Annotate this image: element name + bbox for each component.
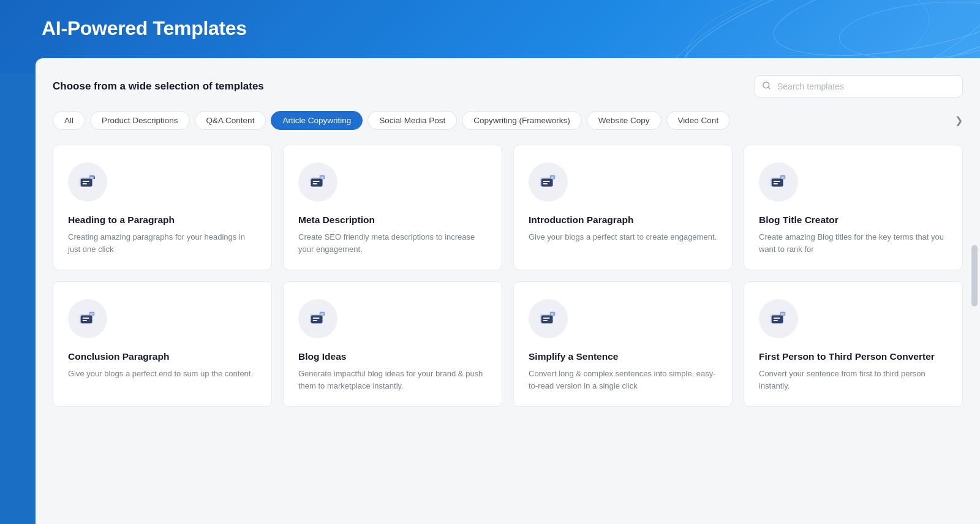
svg-rect-14 — [772, 178, 783, 186]
tab-video-cont[interactable]: Video Cont — [666, 111, 731, 130]
copy-icon — [769, 309, 788, 328]
card-desc: Give your blogs a perfect end to sum up … — [68, 368, 257, 380]
card-icon-bg — [68, 299, 107, 338]
tab-website-copy[interactable]: Website Copy — [587, 111, 662, 130]
card-icon-bg — [298, 299, 337, 338]
row-gap — [53, 270, 963, 281]
svg-rect-5 — [81, 178, 92, 186]
card-first-to-third-person[interactable]: First Person to Third Person Converter C… — [744, 281, 963, 407]
card-desc: Give your blogs a perfect start to creat… — [529, 231, 717, 243]
card-desc: Generate impactful blog ideas for your b… — [298, 368, 487, 392]
tab-qa-content[interactable]: Q&A Content — [195, 111, 266, 130]
tab-social-media-post[interactable]: Social Media Post — [368, 111, 457, 130]
card-title: Meta Description — [298, 214, 487, 226]
tab-product-descriptions[interactable]: Product Descriptions — [90, 111, 190, 130]
cards-row-2: Conclusion Paragraph Give your blogs a p… — [53, 281, 963, 407]
card-icon-bg — [68, 162, 107, 202]
card-introduction-paragraph[interactable]: Introduction Paragraph Give your blogs a… — [513, 145, 733, 270]
svg-rect-20 — [311, 316, 323, 324]
copy-icon — [539, 173, 557, 191]
card-title: Simplify a Sentence — [529, 351, 717, 363]
card-desc: Create amazing Blog titles for the key t… — [759, 231, 948, 255]
card-blog-ideas[interactable]: Blog Ideas Generate impactful blog ideas… — [283, 281, 502, 407]
card-title: Blog Ideas — [298, 351, 487, 363]
page-title: AI-Powered Templates — [42, 17, 247, 40]
card-icon-bg — [298, 162, 337, 202]
card-simplify-sentence[interactable]: Simplify a Sentence Convert long & compl… — [513, 281, 733, 407]
card-icon-bg — [529, 162, 568, 202]
card-title: First Person to Third Person Converter — [759, 351, 948, 363]
card-title: Conclusion Paragraph — [68, 351, 257, 363]
copy-icon — [769, 173, 788, 191]
tabs-chevron-right[interactable]: ❯ — [955, 115, 963, 126]
copy-icon — [78, 173, 97, 191]
card-conclusion-paragraph[interactable]: Conclusion Paragraph Give your blogs a p… — [53, 281, 272, 407]
card-title: Blog Title Creator — [759, 214, 948, 226]
card-meta-description[interactable]: Meta Description Create SEO friendly met… — [283, 145, 502, 270]
search-wrapper — [755, 75, 963, 97]
svg-rect-8 — [311, 178, 323, 186]
cards-row-1: Heading to a Paragraph Creating amazing … — [53, 145, 963, 270]
card-icon-bg — [759, 162, 798, 202]
copy-icon — [539, 309, 557, 328]
svg-rect-26 — [772, 316, 783, 324]
copy-icon — [309, 309, 327, 328]
tab-all[interactable]: All — [53, 111, 85, 130]
card-title: Heading to a Paragraph — [68, 214, 257, 226]
card-title: Introduction Paragraph — [529, 214, 717, 226]
card-icon-bg — [759, 299, 798, 338]
search-icon — [762, 81, 771, 92]
card-desc: Creating amazing paragraphs for your hea… — [68, 231, 257, 255]
tab-article-copywriting[interactable]: Article Copywriting — [271, 111, 363, 130]
card-heading-to-paragraph[interactable]: Heading to a Paragraph Creating amazing … — [53, 145, 272, 270]
card-desc: Convert your sentence from first to thir… — [759, 368, 948, 392]
header-row: Choose from a wide selection of template… — [53, 75, 963, 97]
card-desc: Create SEO friendly meta descriptions to… — [298, 231, 487, 255]
svg-rect-23 — [541, 316, 553, 324]
scrollbar-thumb[interactable] — [971, 245, 978, 306]
tab-copywriting-frameworks[interactable]: Copywriting (Frameworks) — [462, 111, 582, 130]
svg-rect-11 — [541, 178, 553, 186]
search-input[interactable] — [755, 75, 963, 97]
card-blog-title-creator[interactable]: Blog Title Creator Create amazing Blog t… — [744, 145, 963, 270]
copy-icon — [309, 173, 327, 191]
panel-subtitle: Choose from a wide selection of template… — [53, 80, 264, 93]
svg-rect-17 — [81, 316, 92, 324]
svg-point-2 — [837, 0, 980, 66]
copy-icon — [78, 309, 97, 328]
card-desc: Convert long & complex sentences into si… — [529, 368, 717, 392]
card-icon-bg — [529, 299, 568, 338]
filter-tabs: All Product Descriptions Q&A Content Art… — [53, 111, 963, 130]
main-panel: Choose from a wide selection of template… — [36, 58, 980, 524]
